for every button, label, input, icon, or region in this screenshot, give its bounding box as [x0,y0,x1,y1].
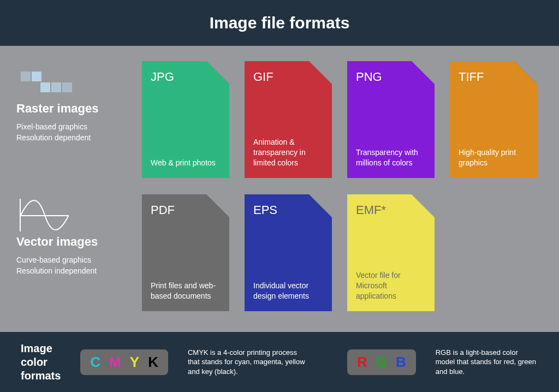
vector-row: Vector images Curve-based graphics Resol… [16,194,543,311]
raster-heading: Raster images [16,102,126,116]
fold-icon [206,194,229,217]
footer-title: Image color formats [21,342,61,383]
fold-icon [412,194,435,217]
raster-cards: JPG Web & print photos GIF Animation & t… [142,61,537,178]
vector-line1: Curve-based graphics [16,254,126,265]
fold-icon [514,61,537,84]
cmyk-k: K [148,354,158,371]
cmyk-swatch: C M Y K [80,349,168,375]
raster-category: Raster images Pixel-based graphics Resol… [16,61,126,144]
vector-curve-icon [16,199,126,231]
rgb-g: G [376,354,387,371]
vector-cards: PDF Print files and web-based documents … [142,194,435,311]
cmyk-m: M [109,354,121,371]
footer-bar: Image color formats C M Y K CMYK is a 4-… [0,332,559,392]
rgb-desc: RGB is a light-based color model that st… [436,348,538,377]
sine-curve-icon [21,199,69,231]
rgb-b: B [396,354,406,371]
file-tiff: TIFF High-quality print graphics [450,61,537,178]
raster-line1: Pixel-based graphics [16,121,126,132]
vector-heading: Vector images [16,235,126,249]
file-gif: GIF Animation & transparency in limited … [245,61,332,178]
file-png: PNG Transparency with millions of colors [347,61,435,178]
fold-icon [206,61,229,84]
cmyk-desc: CMYK is a 4-color printing process that … [188,348,308,377]
raster-row: Raster images Pixel-based graphics Resol… [16,61,543,178]
file-desc: Print files and web-based documents [151,281,221,301]
file-desc: High-quality print graphics [459,147,528,168]
file-desc: Vector file for Microsoft applications [356,270,426,301]
rgb-swatch: R G B [347,349,416,375]
vector-line2: Resolution independent [16,265,126,276]
cmyk-c: C [90,354,100,371]
file-eps: EPS Individual vector design elements [245,194,332,311]
page-title: Image file formats [210,14,350,32]
fold-icon [309,61,332,84]
raster-pixel-icon [16,66,126,98]
rgb-r: R [357,354,367,371]
fold-icon [412,61,435,84]
file-desc: Web & print photos [151,158,221,168]
vector-category: Vector images Curve-based graphics Resol… [16,194,126,277]
fold-icon [309,194,332,217]
file-desc: Individual vector design elements [253,281,323,301]
file-desc: Transparency with millions of colors [356,147,426,168]
file-pdf: PDF Print files and web-based documents [142,194,229,311]
file-emf: EMF* Vector file for Microsoft applicati… [347,194,435,311]
main-panel: Raster images Pixel-based graphics Resol… [0,46,559,332]
file-desc: Animation & transparency in limited colo… [253,137,323,168]
cmyk-y: Y [130,354,139,371]
file-jpg: JPG Web & print photos [142,61,229,178]
header: Image file formats [0,0,559,46]
raster-line2: Resolution dependent [16,132,126,143]
